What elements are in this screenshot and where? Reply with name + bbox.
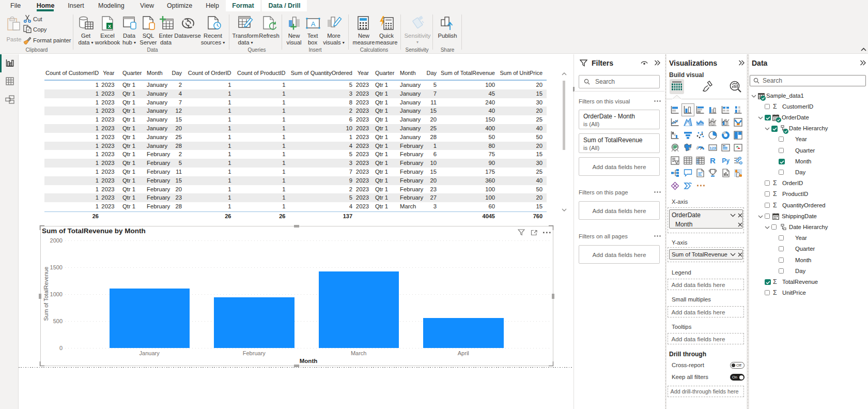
svg-text:X: X xyxy=(108,24,111,29)
svg-text:R: R xyxy=(710,156,716,165)
svg-text:123: 123 xyxy=(709,146,716,150)
svg-text:A: A xyxy=(311,20,316,28)
svg-text:Py: Py xyxy=(722,157,730,164)
